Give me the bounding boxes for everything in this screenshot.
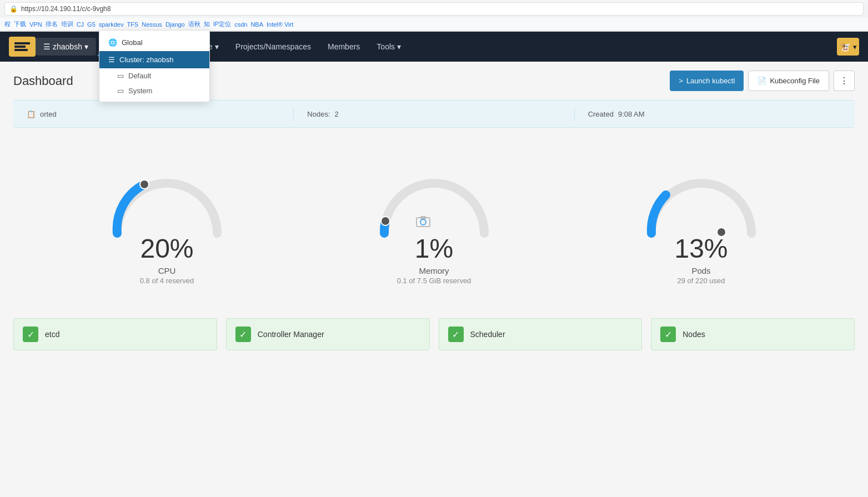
pods-value: 13% (674, 233, 727, 264)
launch-kubectl-button[interactable]: > Launch kubectl (670, 71, 744, 91)
cluster-dropdown: 🌐 Global ☰ Cluster: zhaobsh ▭ Default ▭ … (99, 30, 210, 102)
bookmark-vpn[interactable]: VPN (29, 21, 42, 28)
svg-rect-1 (14, 46, 26, 48)
status-controller-manager: ✓ Controller Manager (226, 318, 430, 350)
pods-gauge: 13% Pods 29 of 220 used (624, 150, 779, 285)
scheduler-label: Scheduler (470, 330, 505, 339)
dropdown-cluster-zhaobsh[interactable]: ☰ Cluster: zhaobsh (99, 51, 209, 68)
memory-sublabel: 0.1 of 7.5 GiB reserved (397, 277, 471, 285)
dropdown-global[interactable]: 🌐 Global (99, 34, 209, 51)
terminal-icon: > (679, 77, 683, 85)
bookmark-yuqiu[interactable]: 语秋 (188, 20, 200, 28)
more-actions-button[interactable]: ⋮ (834, 71, 855, 91)
cluster-nodes-info: Nodes: 2 (307, 110, 560, 118)
cluster-state: 📋 orted (27, 110, 280, 118)
svg-rect-0 (14, 42, 30, 44)
pods-label: Pods (674, 266, 727, 275)
bookmark-nba[interactable]: NBA (250, 21, 263, 28)
cpu-value: 20% (140, 233, 194, 264)
tools-chevron: ▾ (397, 42, 401, 51)
user-chevron-icon: ▾ (853, 43, 857, 51)
cluster-created-info: Created 9:08 AM (588, 110, 841, 118)
file-icon: 📄 (757, 77, 766, 85)
bookmark-ranking[interactable]: 排名 (46, 20, 58, 28)
kubeconfig-file-button[interactable]: 📄 Kubeconfig File (748, 71, 829, 91)
nodes-check-icon: ✓ (660, 327, 676, 342)
namespace-default-icon: ▭ (117, 72, 124, 80)
storage-chevron: ▾ (215, 42, 219, 51)
cluster-icon: ☰ (108, 56, 115, 64)
cpu-sublabel: 0.8 of 4 reserved (140, 277, 194, 285)
etcd-label: etcd (45, 330, 59, 339)
nav-members[interactable]: Members (320, 38, 368, 56)
bookmark-cheng[interactable]: 程 (4, 20, 11, 28)
lock-icon: 🔒 (9, 5, 18, 13)
cpu-label: CPU (140, 266, 194, 275)
bookmark-django[interactable]: Django (165, 21, 185, 28)
bookmark-training[interactable]: 培训 (61, 20, 73, 28)
bookmark-ipdizhi[interactable]: IP定位 (213, 20, 231, 28)
cpu-gauge: 20% CPU 0.8 of 4 reserved (89, 150, 245, 285)
status-nodes: ✓ Nodes (651, 318, 855, 350)
bookmark-tfs[interactable]: TFS (127, 21, 138, 28)
address-bar[interactable]: 🔒 https://10.24.190.11/c/c-9vgh8 (4, 2, 864, 16)
nodes-status-label: Nodes (683, 330, 705, 339)
namespace-system-icon: ▭ (117, 87, 124, 95)
bookmark-zhi[interactable]: 知 (204, 20, 210, 28)
global-icon: 🌐 (108, 38, 117, 47)
user-avatar-icon: 🐮 (840, 42, 851, 52)
svg-point-7 (420, 219, 426, 225)
bookmark-g5[interactable]: G5 (87, 21, 96, 28)
bookmark-nessus[interactable]: Nessus (142, 21, 162, 28)
gauges-section: 20% CPU 0.8 of 4 reserved (0, 128, 868, 296)
pods-sublabel: 29 of 220 used (674, 277, 727, 285)
memory-value: 1% (397, 233, 471, 264)
controller-manager-label: Controller Manager (258, 330, 324, 339)
bookmark-download[interactable]: 下载 (14, 20, 26, 28)
nav-tools[interactable]: Tools ▾ (369, 38, 409, 56)
user-avatar-button[interactable]: 🐮 ▾ (837, 38, 859, 56)
browser-chrome: 🔒 https://10.24.190.11/c/c-9vgh8 程 下载 VP… (0, 2, 868, 32)
nav-right: 🐮 ▾ (837, 38, 859, 56)
memory-gauge: 1% Memory 0.1 of 7.5 GiB reserved (357, 150, 512, 285)
divider-1 (293, 107, 294, 121)
dashboard-content: Dashboard > Launch kubectl 📄 Kubeconfig … (0, 62, 868, 495)
dropdown-default[interactable]: ▭ Default (99, 68, 209, 83)
header-actions: > Launch kubectl 📄 Kubeconfig File ⋮ (670, 71, 855, 91)
svg-rect-2 (14, 49, 28, 51)
divider-2 (574, 107, 575, 121)
etcd-check-icon: ✓ (23, 327, 38, 342)
nav-projects[interactable]: Projects/Namespaces (228, 38, 319, 56)
cluster-info-bar: 📋 orted Nodes: 2 Created 9:08 AM (13, 100, 855, 128)
bookmark-cj[interactable]: CJ (77, 21, 84, 28)
bookmark-csdn[interactable]: csdn (234, 21, 247, 28)
nav-user-icon: ☰ (43, 42, 51, 51)
dropdown-system[interactable]: ▭ System (99, 83, 209, 98)
app-container: ☰ zhaobsh ▾ Cluster Nodes Storage ▾ Proj… (0, 32, 868, 495)
page-title: Dashboard (13, 74, 73, 88)
app-logo (9, 37, 36, 57)
status-bar: ✓ etcd ✓ Controller Manager ✓ Scheduler … (0, 307, 868, 362)
svg-point-4 (381, 217, 390, 225)
nav-user-chevron: ▾ (84, 42, 88, 51)
memory-label: Memory (397, 266, 471, 275)
bookmarks-bar: 程 下载 VPN 排名 培训 CJ G5 sparkdev TFS Nessus… (0, 18, 868, 31)
nav-user[interactable]: ☰ zhaobsh ▾ (36, 38, 96, 56)
bookmark-intel[interactable]: Intel® Virt (267, 21, 293, 28)
scheduler-check-icon: ✓ (448, 327, 464, 342)
status-etcd: ✓ etcd (13, 318, 217, 350)
status-scheduler: ✓ Scheduler (439, 318, 643, 350)
bookmark-sparkdev[interactable]: sparkdev (99, 21, 124, 28)
controller-check-icon: ✓ (235, 327, 251, 342)
svg-point-3 (140, 180, 149, 189)
imported-icon: 📋 (27, 110, 36, 118)
